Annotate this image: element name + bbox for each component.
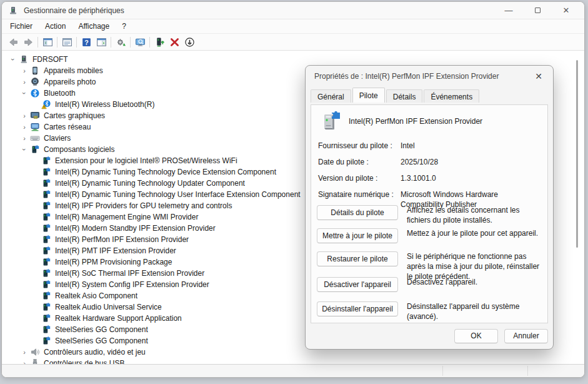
menu-affichage[interactable]: Affichage	[72, 20, 116, 33]
uninstall-icon[interactable]	[167, 35, 182, 49]
desactiver-l-appareil-button[interactable]: Désactiver l'appareil	[317, 277, 398, 292]
software-component-icon	[41, 280, 51, 290]
action-description: Mettez à jour le pilote pour cet apparei…	[407, 228, 538, 238]
keyboard-icon	[30, 133, 40, 143]
computer-icon	[19, 54, 29, 64]
help-icon[interactable]: ?	[79, 35, 94, 49]
window-title: Gestionnaire de périphériques	[24, 6, 124, 15]
properties-dialog: Propriétés de : Intel(R) PerfMon IPF Ext…	[305, 65, 554, 350]
driver-action-row: Détails du piloteAffichez les détails co…	[317, 205, 541, 225]
driver-update-icon[interactable]	[152, 35, 167, 49]
chevron-down-icon[interactable]: ›	[19, 89, 30, 97]
tree-item-label: Intel(R) PPM Provisioning Package	[55, 258, 172, 266]
software-component-icon	[41, 235, 51, 245]
tree-item-label: Intel(R) IPF Providers for GPU telemetry…	[55, 201, 232, 210]
cancel-button[interactable]: Annuler	[504, 329, 548, 343]
ok-button[interactable]: OK	[454, 329, 498, 343]
driver-action-row: Désinstaller l'appareilDésinstallez l'ap…	[317, 301, 541, 321]
software-component-icon	[41, 246, 51, 256]
display-adapter-icon	[30, 111, 40, 121]
software-component-icon	[41, 178, 51, 188]
chevron-right-icon[interactable]: ›	[19, 123, 30, 131]
tab-details[interactable]: Détails	[386, 89, 423, 103]
usb-controller-icon	[30, 358, 40, 364]
tab-general[interactable]: Général	[311, 89, 351, 103]
software-component-icon	[41, 302, 51, 312]
titlebar[interactable]: Gestionnaire de périphériques — ✕	[2, 2, 584, 19]
field-label: Date du pilote :	[318, 157, 401, 167]
mettre-a-jour-le-pilote-button[interactable]: Mettre à jour le pilote	[317, 228, 398, 243]
chevron-right-icon[interactable]: ›	[19, 348, 30, 356]
scan-hardware-icon[interactable]	[132, 35, 147, 49]
software-component-icon	[41, 212, 51, 222]
tree-item-label: Bluetooth	[44, 89, 76, 98]
statusbar-separator	[527, 366, 528, 376]
chevron-down-icon[interactable]: ›	[19, 146, 30, 153]
chevron-right-icon[interactable]: ›	[19, 134, 30, 142]
field-value: 2025/10/28	[401, 157, 541, 167]
dialog-title: Propriétés de : Intel(R) PerfMon IPF Ext…	[314, 72, 499, 81]
tree-item-label: Appareils photo	[44, 78, 96, 86]
software-component-icon	[41, 336, 51, 346]
window-controls: — ✕	[494, 2, 581, 19]
tree-item-label: Intel(R) PerfMon IPF Extension Provider	[55, 235, 189, 244]
chevron-right-icon[interactable]: ›	[19, 67, 30, 74]
driver-device-icon	[319, 110, 341, 133]
device-name: Intel(R) PerfMon IPF Extension Provider	[349, 117, 482, 126]
network-adapter-icon	[30, 122, 40, 132]
chevron-right-icon[interactable]: ›	[19, 112, 30, 119]
desinstaller-l-appareil-button[interactable]: Désinstaller l'appareil	[317, 301, 398, 316]
driver-field: Fournisseur du pilote :Intel	[318, 141, 541, 151]
driver-action-row: Mettre à jour le piloteMettez à jour le …	[317, 228, 541, 243]
toolbar: ?	[2, 34, 584, 51]
software-component-icon	[41, 156, 51, 166]
restaurer-le-pilote-button[interactable]: Restaurer le pilote	[317, 251, 398, 266]
vertical-scrollbar[interactable]	[576, 60, 578, 248]
properties-icon[interactable]	[59, 35, 74, 49]
chevron-right-icon[interactable]: ›	[19, 360, 30, 364]
software-component-icon	[41, 325, 51, 335]
tab-evenements[interactable]: Événements	[424, 89, 479, 103]
disable-icon[interactable]	[182, 35, 197, 49]
action-pane-icon[interactable]	[94, 35, 109, 49]
close-button[interactable]: ✕	[552, 2, 581, 19]
driver-field: Date du pilote :2025/10/28	[318, 157, 541, 167]
back-icon[interactable]	[6, 35, 21, 49]
details-du-pilote-button[interactable]: Détails du pilote	[317, 205, 398, 220]
tree-item-label: Cartes réseau	[44, 123, 91, 131]
tree-item-label: Contrôleurs de bus USB	[44, 359, 124, 364]
tree-item-label: Intel(R) Dynamic Tuning Technology User …	[55, 190, 301, 199]
software-component-icon	[41, 268, 51, 278]
forward-icon[interactable]	[21, 35, 36, 49]
console-tree-icon[interactable]	[40, 35, 55, 49]
update-driver-icon[interactable]	[113, 35, 128, 49]
software-component-icon	[41, 257, 51, 267]
tab-pilote[interactable]: Pilote	[352, 88, 385, 103]
device-manager-icon	[8, 6, 18, 16]
field-value: 1.3.1001.0	[401, 173, 541, 183]
action-description: Désinstallez l'appareil du système (avan…	[407, 301, 541, 321]
field-label: Fournisseur du pilote :	[318, 141, 401, 151]
statusbar-separator	[442, 366, 443, 376]
software-component-icon	[41, 313, 51, 323]
bluetooth-icon	[30, 88, 40, 98]
software-component-icon	[41, 189, 51, 200]
driver-field: Version du pilote :1.3.1001.0	[318, 173, 541, 183]
tree-item-label: Cartes graphiques	[44, 111, 105, 120]
toolbar-separator	[37, 37, 38, 48]
driver-action-row: Désactiver l'appareilDésactivez l'appare…	[317, 277, 541, 292]
menu-action[interactable]: Action	[39, 20, 72, 33]
close-icon[interactable]: ✕	[533, 71, 544, 81]
chevron-down-icon[interactable]: ›	[7, 56, 19, 63]
chevron-right-icon[interactable]: ›	[19, 78, 30, 86]
maximize-button[interactable]	[523, 2, 552, 19]
menu-?[interactable]: ?	[116, 20, 132, 33]
dialog-titlebar[interactable]: Propriétés de : Intel(R) PerfMon IPF Ext…	[306, 66, 553, 87]
tree-item-label: Realtek Asio Component	[55, 291, 137, 300]
menu-fichier[interactable]: Fichier	[4, 20, 39, 33]
minimize-button[interactable]: —	[494, 2, 523, 19]
bluetooth-warning-icon	[41, 99, 51, 109]
tree-item[interactable]: ›Contrôleurs de bus USB	[2, 358, 584, 364]
tree-item[interactable]: ›FDRSOFT	[2, 54, 584, 65]
audio-controller-icon	[30, 347, 40, 357]
